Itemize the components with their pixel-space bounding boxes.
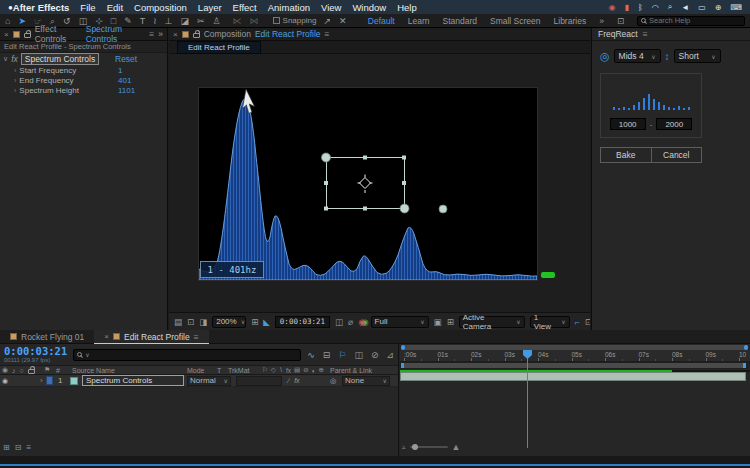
vertical-arrows-icon[interactable]: ↕ [665,51,670,62]
property-value[interactable]: 1 [118,66,122,75]
menu-item-file[interactable]: File [80,2,95,13]
panel-menu-icon[interactable]: ≡ [194,332,199,342]
camera-view-select[interactable]: Active Camera∨ [459,316,525,328]
column-trkmat[interactable]: TrkMat [228,366,250,374]
panel-menu-icon[interactable]: ≡ [325,29,330,39]
property-value[interactable]: 1101 [118,86,135,95]
quality-icon[interactable]: ∖ [279,366,283,374]
checkerboard-icon[interactable]: ⊞ [447,317,454,327]
band-select[interactable]: Mids 4 ∨ [614,49,661,63]
threed-icon[interactable]: ⊕ [319,366,324,374]
workspace-standard[interactable]: Standard [442,16,477,26]
channel-rgb-icon[interactable]: ◉ [358,317,365,327]
lock-icon[interactable] [193,33,200,38]
menu-item-help[interactable]: Help [397,2,417,13]
layer-label-chip[interactable] [46,376,53,385]
stereo-preview-icon[interactable]: ◨ [199,317,207,327]
safe-margins-icon[interactable]: ⊞ [251,317,258,327]
layer-name-field[interactable]: Spectrum Controls [82,375,184,386]
property-row[interactable]: › Spectrum Height 1101 [0,85,167,95]
lock-icon[interactable] [24,33,31,38]
draft-3d-icon[interactable]: ⊟ [323,350,331,360]
clone-stamp-tool[interactable]: ⊥ [165,16,173,26]
twirl-icon[interactable]: › [14,67,16,74]
close-icon[interactable]: × [104,332,109,341]
property-row[interactable]: › End Frequency 401 [0,75,167,85]
zoom-slider[interactable] [410,446,448,448]
tab-effect-controls[interactable]: Effect Controls [35,24,82,44]
reset-button[interactable]: Reset [115,54,137,64]
time-ruler[interactable]: :00s01s02s03s04s05s06s07s08s09s10 [400,350,750,362]
blend-mode-select[interactable]: Normal∨ [187,376,231,386]
selection-tool[interactable]: ➤ [18,16,26,26]
input-menu-icon[interactable]: ⌨ [730,3,742,12]
spotlight-search-icon[interactable]: ⌕ [668,2,672,12]
twirl-icon[interactable]: ∨ [3,55,8,63]
menu-item-view[interactable]: View [321,2,341,13]
view-count-select[interactable]: 1 View∨ [530,316,570,328]
screen-record-icon[interactable]: ◉ [609,3,616,12]
puppet-pin-tool[interactable]: ♙ [212,16,220,26]
eye-icon[interactable]: ◉ [2,375,8,386]
tab-comp-name[interactable]: Edit React Profile [255,29,321,39]
comp-viewer[interactable]: 1 - 401hz [169,54,590,312]
panel-menu-icon[interactable]: ≡ [643,29,648,39]
collapse-icon[interactable]: ◇ [271,366,276,374]
expand-inout-icon[interactable]: ≡ [26,443,31,452]
cancel-button[interactable]: Cancel [651,148,702,162]
tab-spectrum-controls[interactable]: Spectrum Controls [86,24,146,44]
app-badge-icon[interactable]: ▮ [625,3,629,12]
column-source-name[interactable]: Source Name [72,366,115,374]
target-icon[interactable]: ◎ [600,51,610,62]
solo-icon[interactable]: ○ [20,367,24,374]
resolution-select[interactable]: Full∨ [371,316,429,328]
preview-timecode[interactable]: 0:00:03:21 [275,316,330,328]
wifi-icon[interactable]: ◠ [652,3,659,12]
effect-header-row[interactable]: ∨ fx Spectrum Controls Reset [0,53,167,65]
close-icon[interactable]: × [4,30,9,39]
tab-composition[interactable]: Composition [204,29,251,39]
zoom-slider-knob[interactable] [412,444,418,450]
trkmat-field[interactable] [236,376,282,386]
menu-item-edit[interactable]: Edit [107,2,123,13]
magnification-select[interactable]: 200%∨ [212,316,246,328]
timeline-search-field[interactable]: ∨ [73,349,301,361]
globe-icon[interactable]: ⊕ [715,3,722,12]
snap-edges-icon[interactable]: ↗ [323,16,331,26]
composition-frame[interactable]: 1 - 401hz [199,88,537,280]
layer-color-swatch[interactable] [70,377,78,385]
duration-select[interactable]: Short ∨ [674,49,721,63]
workspace-libraries[interactable]: Libraries [554,16,587,26]
show-snapshot-icon[interactable]: ⌀ [348,317,353,327]
help-search-field[interactable] [637,16,745,26]
bluetooth-icon[interactable]: ᛒ [638,3,643,12]
zoom-out-mountain-icon[interactable]: ▵ [402,443,406,451]
roto-brush-tool[interactable]: ✂ [197,16,205,26]
range-min-input[interactable]: 1000 [610,118,646,130]
adjustment-icon[interactable]: ◐ [312,367,316,374]
transparency-grid-icon[interactable]: ◣ [263,317,270,327]
panel-menu-icon[interactable]: ≡ [149,29,154,39]
video-eye-icon[interactable]: ◉ [2,366,8,374]
lock-icon[interactable] [28,369,35,374]
workspace-switcher-icon[interactable]: ⊡ [617,16,624,26]
timeline-tab-edit-react-profile[interactable]: × Edit React Profile ≡ [94,330,208,344]
layer-row-spectrum-controls[interactable]: ◉ › 1 Spectrum Controls Normal∨ ∕ fx ◎ N… [0,375,398,387]
layer-duration-bar[interactable] [400,372,746,381]
current-timecode[interactable]: 0:00:03:21 [4,346,67,357]
workspace-learn[interactable]: Learn [408,16,430,26]
twirl-icon[interactable]: › [14,87,16,94]
display-icon[interactable]: ⊡ [187,317,194,327]
shy-switch-icon[interactable]: ⚐ [262,366,268,374]
work-area-bar[interactable] [401,363,746,368]
menu-item-effect[interactable]: Effect [233,2,257,13]
expand-transfer-icon[interactable]: ⊟ [15,443,22,452]
effect-name[interactable]: Spectrum Controls [21,53,99,65]
fx-switch-icon[interactable]: fx [286,367,291,374]
frame-blend-icon[interactable]: ◫ [354,350,363,360]
panel-overflow-icon[interactable]: » [158,29,163,39]
menu-item-after-effects[interactable]: After Effects [13,2,70,13]
parent-select[interactable]: None∨ [342,376,390,386]
twirl-icon[interactable]: › [40,375,43,386]
home-tool[interactable]: ⌂ [5,16,10,26]
